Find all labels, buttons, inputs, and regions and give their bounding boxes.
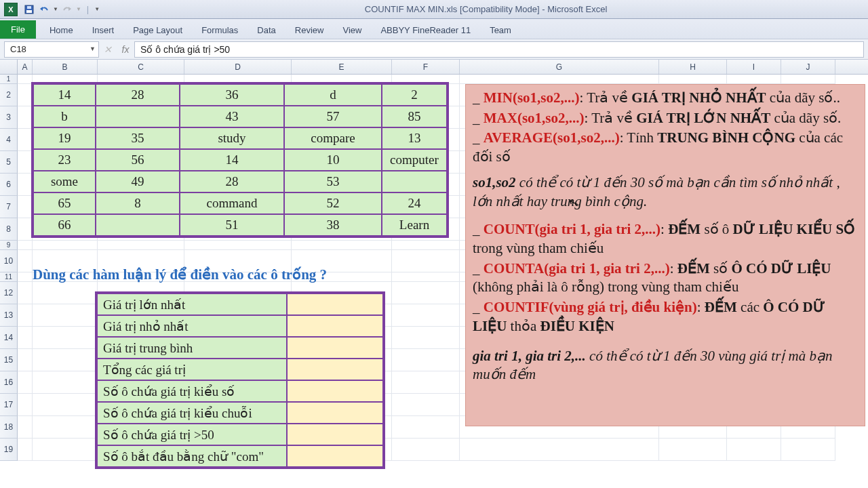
tab-formulas[interactable]: Formulas <box>192 21 248 39</box>
data-cell[interactable]: d <box>284 84 382 106</box>
row-7[interactable]: 7 <box>0 196 18 218</box>
row-1[interactable]: 1 <box>0 75 18 84</box>
row-4[interactable]: 4 <box>0 129 18 151</box>
row-15[interactable]: 15 <box>0 349 18 371</box>
col-G[interactable]: G <box>460 60 659 74</box>
row-18[interactable]: 18 <box>0 416 18 439</box>
row-16[interactable]: 16 <box>0 371 18 394</box>
answer-label[interactable]: Số ô chứa giá trị kiểu số <box>97 380 287 402</box>
answer-label[interactable]: Số ô chứa giá trị >50 <box>97 424 287 445</box>
data-cell[interactable]: 10 <box>284 149 382 171</box>
answer-label[interactable]: Tổng các giá trị <box>97 359 287 380</box>
data-cell[interactable]: 2 <box>382 84 447 106</box>
tab-data[interactable]: Data <box>248 21 285 39</box>
row-14[interactable]: 14 <box>0 327 18 349</box>
answer-label[interactable]: Giá trị nhỏ nhất <box>97 315 287 337</box>
data-cell[interactable] <box>96 106 180 127</box>
data-cell[interactable]: b <box>33 106 96 127</box>
col-H[interactable]: H <box>659 60 727 74</box>
row-19[interactable]: 19 <box>0 439 18 461</box>
col-B[interactable]: B <box>33 60 98 74</box>
row-17[interactable]: 17 <box>0 394 18 416</box>
row-9[interactable]: 9 <box>0 241 18 250</box>
data-cell[interactable]: 14 <box>33 84 96 106</box>
answer-value-cell[interactable] <box>287 315 383 337</box>
col-C[interactable]: C <box>98 60 184 74</box>
answer-value-cell[interactable] <box>287 337 383 359</box>
answer-value-cell[interactable] <box>287 424 383 445</box>
qat-customize-icon[interactable]: ▼ <box>94 6 100 12</box>
data-cell[interactable]: 36 <box>180 84 284 106</box>
data-cell[interactable]: 38 <box>284 214 382 236</box>
data-cell[interactable]: 24 <box>382 192 447 214</box>
data-cell[interactable] <box>96 214 180 236</box>
row-8[interactable]: 8 <box>0 218 18 241</box>
data-cell[interactable]: 28 <box>96 84 180 106</box>
row-11[interactable]: 11 <box>0 272 18 282</box>
data-cell[interactable]: 43 <box>180 106 284 127</box>
data-cell[interactable]: 28 <box>180 171 284 192</box>
answer-value-cell[interactable] <box>287 445 383 467</box>
data-cell[interactable]: 57 <box>284 106 382 127</box>
data-cell[interactable]: 85 <box>382 106 447 127</box>
name-box-dropdown-icon[interactable]: ▼ <box>90 45 96 52</box>
data-cell[interactable]: 53 <box>284 171 382 192</box>
data-cell[interactable]: 14 <box>180 149 284 171</box>
answer-label[interactable]: Số ô bắt đầu bằng chữ "com" <box>97 445 287 467</box>
tab-file[interactable]: File <box>0 20 36 39</box>
answer-value-cell[interactable] <box>287 380 383 402</box>
redo-icon[interactable] <box>61 3 73 16</box>
redo-dropdown-icon[interactable]: ▼ <box>76 6 81 12</box>
data-cell[interactable]: 23 <box>33 149 96 171</box>
data-cell[interactable]: 56 <box>96 149 180 171</box>
answer-value-cell[interactable] <box>287 402 383 424</box>
undo-icon[interactable] <box>38 3 50 16</box>
col-E[interactable]: E <box>292 60 392 74</box>
data-cell[interactable] <box>382 171 447 192</box>
col-D[interactable]: D <box>184 60 292 74</box>
data-cell[interactable]: 51 <box>180 214 284 236</box>
tab-team[interactable]: Team <box>480 21 521 39</box>
save-icon[interactable] <box>23 3 35 16</box>
row-6[interactable]: 6 <box>0 174 18 196</box>
tab-home[interactable]: Home <box>40 21 83 39</box>
data-cell[interactable]: computer <box>382 149 447 171</box>
data-cell[interactable]: 13 <box>382 127 447 149</box>
row-10[interactable]: 10 <box>0 250 18 272</box>
col-A[interactable]: A <box>18 60 33 74</box>
cancel-icon[interactable]: ✕ <box>99 44 117 55</box>
tab-insert[interactable]: Insert <box>83 21 124 39</box>
data-cell[interactable]: 8 <box>96 192 180 214</box>
row-5[interactable]: 5 <box>0 151 18 174</box>
answer-label[interactable]: Giá trị lớn nhất <box>97 293 287 315</box>
data-cell[interactable]: 19 <box>33 127 96 149</box>
data-cell[interactable]: study <box>180 127 284 149</box>
tab-page-layout[interactable]: Page Layout <box>123 21 192 39</box>
row-13[interactable]: 13 <box>0 304 18 327</box>
tab-view[interactable]: View <box>333 21 371 39</box>
answer-label[interactable]: Giá trị trung bình <box>97 337 287 359</box>
data-cell[interactable]: 49 <box>96 171 180 192</box>
data-cell[interactable]: 65 <box>33 192 96 214</box>
fx-icon[interactable]: fx <box>117 44 134 55</box>
name-box[interactable]: C18 ▼ <box>4 41 99 58</box>
data-cell[interactable]: compare <box>284 127 382 149</box>
formula-input[interactable]: Số ô chứa giá trị >50 <box>134 41 864 58</box>
cell-grid[interactable]: 142836d2b4357851935studycompare132356141… <box>18 75 868 488</box>
answer-value-cell[interactable] <box>287 293 383 315</box>
answers-table[interactable]: Giá trị lớn nhấtGiá trị nhỏ nhấtGiá trị … <box>95 291 385 469</box>
col-I[interactable]: I <box>727 60 781 74</box>
data-cell[interactable]: some <box>33 171 96 192</box>
col-J[interactable]: J <box>781 60 835 74</box>
answer-label[interactable]: Số ô chứa giá trị kiểu chuỗi <box>97 402 287 424</box>
worksheet[interactable]: A B C D E F G H I J 1 2 3 4 5 6 7 8 9 10… <box>0 60 868 488</box>
select-all-corner[interactable] <box>0 60 18 74</box>
data-cell[interactable]: command <box>180 192 284 214</box>
undo-dropdown-icon[interactable]: ▼ <box>53 6 58 12</box>
data-cell[interactable]: 52 <box>284 192 382 214</box>
row-2[interactable]: 2 <box>0 84 18 106</box>
tab-abbyy[interactable]: ABBYY FineReader 11 <box>371 21 480 39</box>
data-table[interactable]: 142836d2b4357851935studycompare132356141… <box>31 82 449 238</box>
row-12[interactable]: 12 <box>0 282 18 304</box>
row-3[interactable]: 3 <box>0 106 18 129</box>
